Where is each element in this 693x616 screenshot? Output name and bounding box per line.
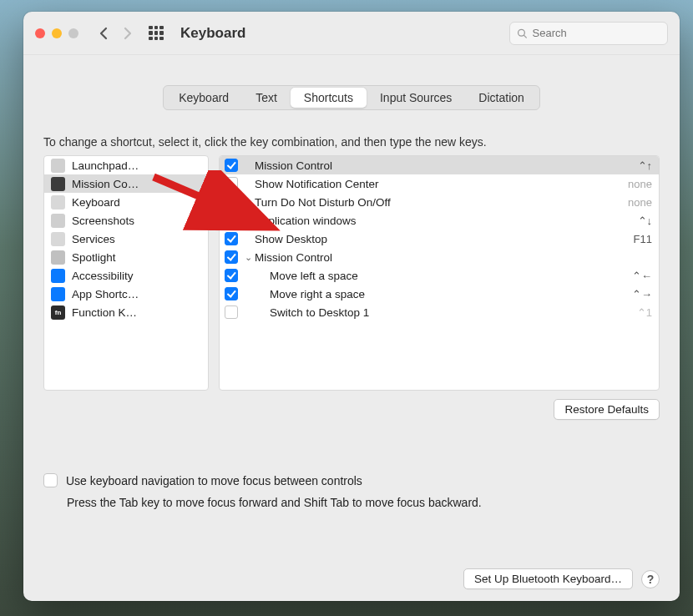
svg-line-1 [524,35,527,38]
tab-text[interactable]: Text [242,88,291,108]
tab-dictation[interactable]: Dictation [465,88,537,108]
shortcut-key[interactable]: ⌃→ [614,288,652,300]
category-label: Accessibility [72,270,134,282]
function-keys-icon: fn [51,305,65,320]
shortcut-label: Show Notification Center [255,178,614,190]
app-shortcuts-icon [51,287,65,301]
shortcut-label: Move left a space [270,270,614,282]
preferences-window: Keyboard Keyboard Text Shortcuts Input S… [23,12,680,601]
keyboard-nav-label: Use keyboard navigation to move focus be… [66,474,362,487]
shortcut-checkbox[interactable] [225,287,238,300]
shortcut-row[interactable]: ⌄Mission Control [220,248,659,266]
shortcut-checkbox[interactable] [225,159,238,172]
shortcut-key[interactable]: F11 [614,233,652,245]
category-item[interactable]: Services [44,230,208,248]
shortcut-key[interactable]: none [614,178,652,190]
shortcut-key[interactable]: ⌃↓ [614,215,652,227]
back-button[interactable] [94,22,112,45]
shortcut-key[interactable]: ⌃↑ [614,159,652,172]
shortcut-checkbox[interactable] [225,232,238,245]
traffic-lights [35,28,78,38]
category-label: Launchpad… [72,159,139,172]
shortcut-label: Application windows [255,215,614,227]
content-area: Keyboard Text Shortcuts Input Sources Di… [23,55,680,601]
search-icon [517,28,528,39]
tab-shortcuts[interactable]: Shortcuts [291,88,367,108]
shortcut-checkbox[interactable] [225,177,238,190]
shortcut-label: Mission Control [255,251,614,264]
category-label: Services [72,233,115,245]
shortcut-list[interactable]: Mission Control⌃↑Show Notification Cente… [219,155,660,391]
launchpad-icon [51,159,65,173]
forward-button[interactable] [119,22,137,45]
keyboard-nav-subtext: Press the Tab key to move focus forward … [67,496,660,509]
shortcut-checkbox[interactable] [225,250,238,264]
shortcut-key[interactable]: ⌃← [614,270,652,282]
help-button[interactable]: ? [641,570,660,588]
shortcut-label: Turn Do Not Disturb On/Off [255,196,614,209]
shortcut-label: Move right a space [270,288,614,300]
zoom-icon[interactable] [68,28,78,38]
spotlight-icon [51,250,65,265]
category-label: Function K… [72,306,137,319]
tab-bar: Keyboard Text Shortcuts Input Sources Di… [163,85,540,110]
category-item[interactable]: fnFunction K… [44,303,208,321]
category-label: Keyboard [72,196,120,209]
category-label: Screenshots [72,215,134,227]
category-item[interactable]: Spotlight [44,248,208,266]
shortcut-row[interactable]: Switch to Desktop 1⌃1 [220,303,659,321]
shortcut-key[interactable]: ⌃1 [614,306,652,319]
category-label: Mission Co… [72,178,139,190]
category-item[interactable]: Accessibility [44,266,208,285]
services-icon [51,232,65,246]
keyboard-icon [51,195,65,210]
shortcut-label: Show Desktop [255,233,614,245]
search-field[interactable] [509,22,668,45]
close-icon[interactable] [35,28,45,38]
accessibility-icon [51,269,65,283]
shortcut-row[interactable]: Show Notification Centernone [220,174,659,193]
shortcut-row[interactable]: Turn Do Not Disturb On/Offnone [220,193,659,211]
tab-keyboard[interactable]: Keyboard [165,88,242,108]
category-item[interactable]: Screenshots [44,211,208,230]
tab-input-sources[interactable]: Input Sources [367,88,465,108]
show-all-icon[interactable] [149,26,164,41]
restore-defaults-button[interactable]: Restore Defaults [554,399,660,420]
keyboard-nav-checkbox[interactable] [43,473,58,487]
shortcut-checkbox[interactable] [225,305,238,319]
shortcut-checkbox[interactable] [225,214,238,227]
titlebar: Keyboard [23,12,680,55]
category-label: App Shortc… [72,288,139,300]
setup-bluetooth-button[interactable]: Set Up Bluetooth Keyboard… [463,568,633,589]
screenshots-icon [51,214,65,228]
shortcut-row[interactable]: Show DesktopF11 [220,230,659,248]
category-item[interactable]: Keyboard [44,193,208,211]
window-title: Keyboard [180,25,245,42]
category-item[interactable]: Launchpad… [44,156,208,174]
shortcut-label: Switch to Desktop 1 [270,306,614,319]
disclosure-icon[interactable]: ⌄ [243,252,253,263]
shortcut-key[interactable]: none [614,196,652,209]
search-input[interactable] [533,27,661,39]
instruction-text: To change a shortcut, select it, click t… [43,135,660,149]
mission-control-icon [51,177,65,191]
shortcut-checkbox[interactable] [225,269,238,282]
shortcut-label: Mission Control [255,159,614,172]
shortcut-row[interactable]: Application windows⌃↓ [220,211,659,230]
category-item[interactable]: Mission Co… [44,174,208,193]
minimize-icon[interactable] [52,28,62,38]
category-item[interactable]: App Shortc… [44,285,208,303]
category-label: Spotlight [72,251,116,264]
category-list[interactable]: Launchpad…Mission Co…KeyboardScreenshots… [43,155,209,391]
shortcut-row[interactable]: Move left a space⌃← [220,266,659,285]
shortcut-row[interactable]: Mission Control⌃↑ [220,156,659,174]
shortcut-checkbox[interactable] [225,195,238,209]
shortcut-row[interactable]: Move right a space⌃→ [220,285,659,303]
